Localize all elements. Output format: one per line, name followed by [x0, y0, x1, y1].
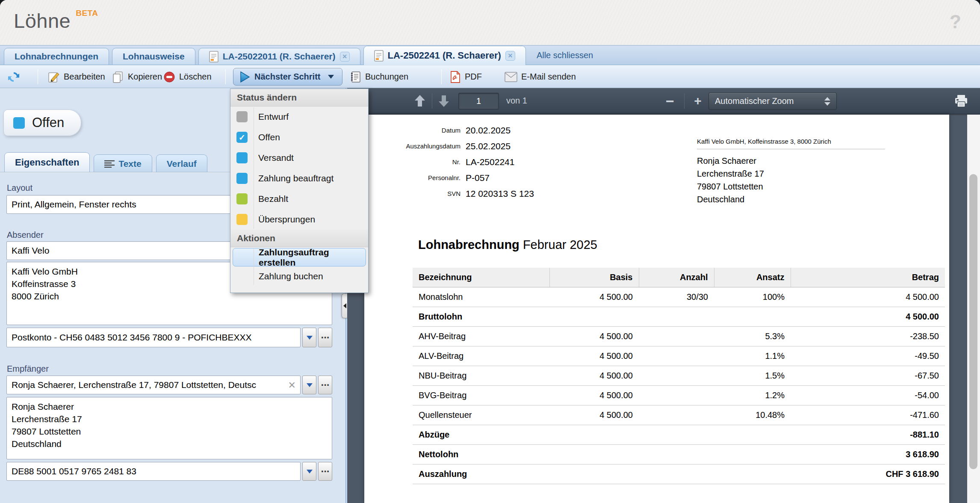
send-email-button[interactable]: E-Mail senden [505, 68, 576, 86]
menu-item-zahlung-beauftragt[interactable]: Zahlung beauftragt [230, 168, 368, 189]
sender-account-value[interactable]: Postkonto - CH56 0483 5012 3456 7800 9 -… [6, 328, 301, 347]
sender-label: Absender [7, 230, 44, 240]
arrow-up-icon [414, 95, 425, 107]
tab-texte[interactable]: Texte [94, 154, 152, 172]
refresh-button[interactable] [7, 68, 21, 86]
delete-button[interactable]: Löschen [163, 68, 212, 86]
tab-verlauf[interactable]: Verlauf [156, 154, 207, 172]
panel-tabs: Eigenschaften Texte Verlauf [4, 152, 211, 172]
tab-document-2-active[interactable]: LA-2502241 (R. Schaerer) ✕ [363, 46, 526, 65]
iban-more-button[interactable]: ... [318, 462, 332, 481]
tab-close-icon[interactable]: ✕ [505, 51, 515, 61]
status-square-blue-icon [236, 173, 248, 184]
menu-item-label: Versandt [258, 153, 294, 163]
table-row: AHV-Beitrag4 500.005.3%-238.50 [413, 326, 945, 346]
tab-lohnausweise[interactable]: Lohnausweise [112, 48, 195, 65]
meta-row: Datum20.02.2025 [364, 122, 534, 138]
app-title: LöhneBETA [14, 9, 98, 33]
table-row: Nettolohn3 618.90 [413, 444, 945, 464]
menu-item-zahlung-buchen[interactable]: Zahlung buchen [230, 266, 368, 286]
pdf-icon [450, 71, 461, 83]
email-icon [505, 72, 517, 82]
action-items: Zahlungsauftrag erstellen Zahlung buchen [230, 248, 368, 286]
layout-label: Layout [7, 183, 32, 193]
panel-collapse-handle[interactable] [342, 293, 347, 318]
status-square-blue-icon [236, 152, 248, 163]
recipient-address: Ronja Schaerer Lerchenstraße 17 79807 Lo… [697, 154, 885, 206]
status-square-green-icon [236, 193, 248, 204]
print-button[interactable] [954, 92, 968, 109]
document-icon [374, 50, 384, 62]
scrollbar-thumb[interactable] [969, 174, 977, 469]
menu-section-aktionen: Aktionen [230, 230, 368, 247]
meta-row: Auszahlungsdatum25.02.2025 [364, 138, 534, 154]
meta-value: 20.02.2025 [460, 125, 511, 136]
recipient-value[interactable]: Ronja Schaerer, Lerchenstraße 17, 79807 … [6, 376, 301, 394]
sender-account-dropdown-button[interactable] [302, 328, 316, 347]
bookings-button[interactable]: Buchungen [349, 68, 408, 86]
meta-value: 25.02.2025 [460, 141, 511, 151]
copy-button[interactable]: Kopieren [112, 68, 162, 86]
tab-label: Eigenschaften [15, 157, 79, 168]
col-ansatz: Ansatz [714, 268, 791, 287]
payslip-title: Lohnabrechnung Februar 2025 [418, 238, 597, 252]
sender-line: Kaffi Velo GmbH, Koffeinstrasse 3, 8000 … [697, 138, 885, 149]
copy-label: Kopieren [128, 72, 162, 82]
next-step-dropdown-menu: Status ändern Entwurf ✓Offen Versandt Za… [230, 89, 369, 293]
pdf-button[interactable]: PDF [450, 68, 482, 86]
sender-account-combo: Postkonto - CH56 0483 5012 3456 7800 9 -… [6, 328, 332, 347]
ellipsis-icon: ... [321, 467, 329, 471]
scrollbar-track[interactable] [967, 115, 980, 503]
status-badge: Offen [3, 109, 81, 136]
meta-row: Personalnr.P-057 [364, 170, 534, 186]
zoom-in-button[interactable]: + [689, 92, 706, 109]
menu-item-entwurf[interactable]: Entwurf [230, 107, 368, 127]
pdf-toolbar-separator [684, 93, 685, 109]
help-icon[interactable]: ? [950, 11, 961, 33]
tab-label: Texte [118, 159, 141, 169]
meta-label: Auszahlungsdatum [364, 142, 460, 150]
status-square-gray-icon [236, 111, 248, 122]
tab-eigenschaften[interactable]: Eigenschaften [4, 152, 90, 172]
table-row: Quellensteuer4 500.0010.48%-471.60 [413, 405, 945, 425]
recipient-iban-value[interactable]: DE88 5001 0517 9765 2481 83 [6, 462, 301, 481]
tab-label: LA-2502241 (R. Schaerer) [388, 50, 501, 61]
tab-document-1[interactable]: LA-25022011 (R. Schaerer) ✕ [198, 48, 360, 65]
ellipsis-icon: ... [321, 380, 329, 385]
sender-account-more-button[interactable]: ... [318, 328, 332, 347]
play-arrow-icon [239, 71, 251, 83]
menu-item-label: Bezahlt [258, 194, 288, 204]
meta-row: SVN12 020313 S 123 [364, 186, 534, 201]
tab-label: Verlauf [167, 159, 197, 169]
menu-item-versandt[interactable]: Versandt [230, 148, 368, 168]
close-all-tabs-link[interactable]: Alle schliessen [537, 50, 593, 60]
menu-item-bezahlt[interactable]: Bezahlt [230, 189, 368, 209]
payslip-table: Bezeichnung Basis Anzahl Ansatz Betrag M… [413, 268, 945, 484]
text-lines-icon [104, 160, 115, 168]
tab-close-icon[interactable]: ✕ [340, 52, 350, 62]
tab-label: LA-25022011 (R. Schaerer) [223, 51, 336, 62]
next-step-button[interactable]: Nächster Schritt [233, 68, 342, 86]
tab-lohnabrechnungen[interactable]: Lohnabrechnungen [4, 48, 109, 65]
zoom-mode-select[interactable]: Automatischer Zoom [708, 92, 837, 110]
recipient-dropdown-button[interactable] [302, 376, 316, 394]
delete-label: Löschen [179, 72, 212, 82]
recipient-address-textarea[interactable]: Ronja Schaerer Lerchenstraße 17 79807 Lo… [6, 397, 332, 459]
clear-icon[interactable]: ✕ [288, 380, 296, 391]
menu-item-zahlungsauftrag-erstellen[interactable]: Zahlungsauftrag erstellen [233, 248, 366, 266]
iban-dropdown-button[interactable] [302, 462, 316, 481]
status-square-yellow-icon [236, 214, 248, 225]
page-number-input[interactable] [458, 93, 499, 109]
table-row: BVG-Beitrag4 500.001.2%-54.00 [413, 385, 945, 405]
page-up-button[interactable] [411, 92, 428, 109]
zoom-out-button[interactable]: − [661, 92, 679, 109]
page-down-button[interactable] [435, 92, 452, 109]
edit-button[interactable]: Bearbeiten [48, 68, 105, 86]
recipient-more-button[interactable]: ... [318, 376, 332, 394]
table-row: NBU-Beitrag4 500.001.5%-67.50 [413, 366, 945, 385]
menu-item-label: Offen [258, 132, 280, 142]
printer-icon [954, 95, 968, 107]
recipient-iban-combo: DE88 5001 0517 9765 2481 83 ... [6, 462, 332, 481]
menu-item-offen[interactable]: ✓Offen [230, 127, 368, 148]
menu-item-uebersprungen[interactable]: Übersprungen [230, 209, 368, 230]
